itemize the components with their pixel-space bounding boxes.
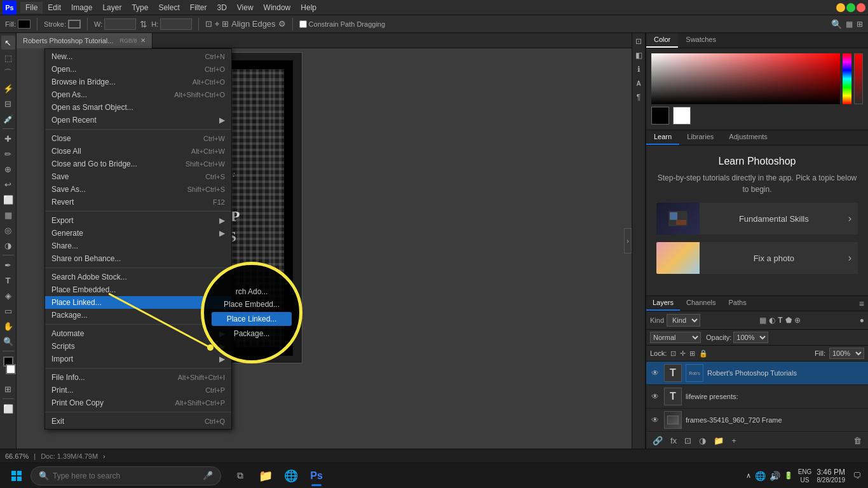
up-arrow-icon[interactable]: ∧ [746,471,751,480]
clone-tool[interactable]: ⊕ [1,162,15,176]
layer-visibility-1[interactable]: 👁 [650,391,660,402]
panel-toggle-icon[interactable]: ⊞ [857,20,863,29]
menu-layer[interactable]: Layer [97,2,126,13]
menu-save-as[interactable]: Save As...Shift+Ctrl+S [45,183,231,196]
task-view-button[interactable]: ⧉ [229,464,252,487]
background-color[interactable] [6,364,16,374]
type-filter-icon[interactable]: T [778,316,782,325]
width-field[interactable] [104,18,136,30]
layers-side-icon[interactable]: ◧ [633,50,644,61]
battery-icon[interactable]: 🔋 [784,471,793,480]
menu-open-as[interactable]: Open As...Alt+Shift+Ctrl+O [45,88,231,101]
eraser-tool[interactable]: ⬜ [1,193,15,207]
warp-icon[interactable]: ⌖ [215,19,219,29]
smart-filter-icon[interactable]: ⊕ [794,316,801,325]
menu-close[interactable]: CloseCtrl+W [45,132,231,145]
layer-filter-toggle[interactable]: ● [860,316,864,325]
layer-row-0[interactable]: 👁 T Rob's Robert's Photoshop Tutorials [646,362,868,385]
tab-paths[interactable]: Paths [722,296,753,311]
search-input[interactable] [53,471,193,480]
quick-select-tool[interactable]: ⚡ [1,81,15,95]
menu-open[interactable]: Open...Ctrl+O [45,63,231,76]
minimize-button[interactable] [836,3,845,12]
learn-card-fixphoto[interactable]: Fix a photo › [656,242,858,274]
adjustment-filter-icon[interactable]: ◐ [769,316,775,325]
document-tab[interactable]: Roberts Photoshop Tutorial... RGB/8 ✕ [17,33,153,48]
color-spectrum-slider[interactable] [843,53,851,104]
properties-icon[interactable]: ⊡ [633,36,644,47]
status-expand[interactable]: › [103,452,105,460]
blur-tool[interactable]: ◎ [1,223,15,237]
stroke-swatch[interactable] [68,20,81,29]
fill-select[interactable]: 100% [829,348,864,359]
menu-print[interactable]: Print...Ctrl+P [45,384,231,396]
panel-collapse-handle[interactable]: › [624,228,632,254]
eyedropper-tool[interactable]: 💉 [1,112,15,126]
menu-close-all[interactable]: Close AllAlt+Ctrl+W [45,145,231,158]
tab-color[interactable]: Color [646,33,678,48]
pen-tool[interactable]: ✒ [1,258,15,272]
menu-open-recent[interactable]: Open Recent▶ [45,114,231,126]
fill-swatch[interactable] [18,20,31,29]
tab-adjustments[interactable]: Adjustments [721,130,775,145]
layer-visibility-0[interactable]: 👁 [650,368,660,378]
layers-panel-menu[interactable]: ≡ [855,296,868,311]
menu-window[interactable]: Window [259,2,296,13]
tab-libraries[interactable]: Libraries [679,130,721,145]
menu-filter[interactable]: Filter [185,2,212,13]
color-gradient-field[interactable] [651,53,840,104]
clock[interactable]: 3:46 PM 8/28/2019 [817,468,845,484]
new-group-icon[interactable]: 📁 [711,435,726,447]
menu-share[interactable]: Share... [45,240,231,252]
menu-new[interactable]: New...Ctrl+N [45,50,231,63]
notification-button[interactable]: 🗨 [850,470,863,482]
menu-help[interactable]: Help [295,2,322,13]
opacity-slider[interactable] [854,53,863,104]
add-style-icon[interactable]: fx [668,435,679,447]
opacity-select[interactable]: 100% [733,332,768,343]
tab-swatches[interactable]: Swatches [678,33,724,48]
healing-tool[interactable]: ✚ [1,132,15,146]
menu-type[interactable]: Type [126,2,153,13]
new-layer-icon[interactable]: + [729,435,739,447]
quick-mask-tool[interactable]: ⊞ [1,382,15,396]
menu-close-go-bridge[interactable]: Close and Go to Bridge...Shift+Ctrl+W [45,158,231,170]
layer-row-2[interactable]: 👁 frames-35416_960_720 Frame [646,409,868,432]
view-toggle-icon[interactable]: ▦ [846,20,853,29]
foreground-color-swatch[interactable] [651,107,669,125]
align-icon[interactable]: ⊞ [222,19,229,29]
file-explorer-button[interactable]: 📁 [254,464,277,487]
delete-layer-icon[interactable]: 🗑 [851,435,864,447]
photoshop-taskbar-button[interactable]: Ps [305,464,328,487]
kind-filter-select[interactable]: Kind [667,314,700,327]
tab-learn[interactable]: Learn [646,130,679,145]
menu-exit[interactable]: ExitCtrl+Q [45,415,231,428]
move-tool[interactable]: ↖ [1,36,15,50]
shape-tool[interactable]: ▭ [1,304,15,318]
mic-icon[interactable]: 🎤 [203,471,213,480]
blend-mode-select[interactable]: Normal [650,332,701,343]
crop-tool[interactable]: ⊟ [1,97,15,111]
path-select-tool[interactable]: ◈ [1,288,15,302]
maximize-button[interactable] [846,3,855,12]
type-side-icon[interactable]: A [633,78,644,89]
settings-icon[interactable]: ⚙ [278,19,286,29]
language-indicator[interactable]: ENG US [798,468,812,484]
gradient-tool[interactable]: ▦ [1,208,15,222]
chrome-button[interactable]: 🌐 [280,464,302,487]
screen-mode[interactable]: ⬜ [1,402,15,416]
history-brush-tool[interactable]: ↩ [1,177,15,191]
layer-visibility-2[interactable]: 👁 [650,415,660,425]
tab-channels[interactable]: Channels [680,296,722,311]
shape-filter-icon[interactable]: ⬟ [785,316,792,325]
menu-export[interactable]: Export▶ [45,214,231,227]
lock-artboard-icon[interactable]: ⊞ [689,349,695,358]
height-field[interactable] [160,18,192,30]
dodge-tool[interactable]: ◑ [1,238,15,252]
menu-edit[interactable]: Edit [43,2,66,13]
tab-close-button[interactable]: ✕ [140,37,146,44]
info-side-icon[interactable]: ℹ [633,64,644,75]
menu-browse-bridge[interactable]: Browse in Bridge...Alt+Ctrl+O [45,76,231,88]
start-button[interactable] [5,464,28,487]
menu-print-one[interactable]: Print One CopyAlt+Shift+Ctrl+P [45,396,231,409]
